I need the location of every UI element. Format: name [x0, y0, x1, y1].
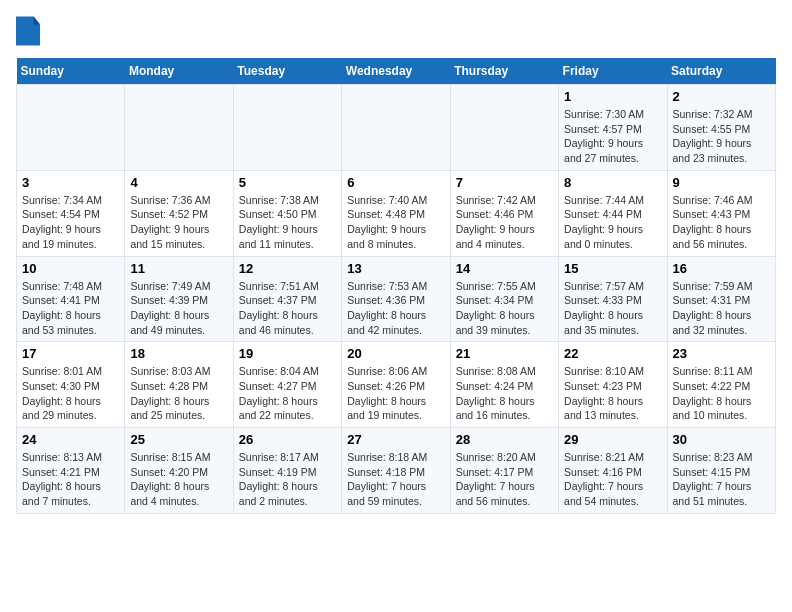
day-info: Sunrise: 7:46 AM Sunset: 4:43 PM Dayligh…: [673, 193, 770, 252]
calendar-cell: 26Sunrise: 8:17 AM Sunset: 4:19 PM Dayli…: [233, 428, 341, 514]
weekday-header-monday: Monday: [125, 58, 233, 85]
calendar-cell: 1Sunrise: 7:30 AM Sunset: 4:57 PM Daylig…: [559, 85, 667, 171]
day-info: Sunrise: 7:53 AM Sunset: 4:36 PM Dayligh…: [347, 279, 444, 338]
calendar-cell: 16Sunrise: 7:59 AM Sunset: 4:31 PM Dayli…: [667, 256, 775, 342]
day-info: Sunrise: 7:36 AM Sunset: 4:52 PM Dayligh…: [130, 193, 227, 252]
day-number: 15: [564, 261, 661, 276]
day-number: 9: [673, 175, 770, 190]
day-info: Sunrise: 7:59 AM Sunset: 4:31 PM Dayligh…: [673, 279, 770, 338]
calendar-cell: 23Sunrise: 8:11 AM Sunset: 4:22 PM Dayli…: [667, 342, 775, 428]
day-info: Sunrise: 8:17 AM Sunset: 4:19 PM Dayligh…: [239, 450, 336, 509]
day-info: Sunrise: 8:15 AM Sunset: 4:20 PM Dayligh…: [130, 450, 227, 509]
calendar-cell: 15Sunrise: 7:57 AM Sunset: 4:33 PM Dayli…: [559, 256, 667, 342]
calendar-cell: 20Sunrise: 8:06 AM Sunset: 4:26 PM Dayli…: [342, 342, 450, 428]
day-info: Sunrise: 8:04 AM Sunset: 4:27 PM Dayligh…: [239, 364, 336, 423]
day-number: 27: [347, 432, 444, 447]
day-number: 2: [673, 89, 770, 104]
day-info: Sunrise: 7:38 AM Sunset: 4:50 PM Dayligh…: [239, 193, 336, 252]
day-number: 16: [673, 261, 770, 276]
calendar-cell: 12Sunrise: 7:51 AM Sunset: 4:37 PM Dayli…: [233, 256, 341, 342]
day-info: Sunrise: 7:30 AM Sunset: 4:57 PM Dayligh…: [564, 107, 661, 166]
day-number: 30: [673, 432, 770, 447]
day-number: 11: [130, 261, 227, 276]
calendar-cell: 30Sunrise: 8:23 AM Sunset: 4:15 PM Dayli…: [667, 428, 775, 514]
logo: [16, 16, 44, 46]
weekday-header-sunday: Sunday: [17, 58, 125, 85]
day-info: Sunrise: 8:21 AM Sunset: 4:16 PM Dayligh…: [564, 450, 661, 509]
calendar-cell: 28Sunrise: 8:20 AM Sunset: 4:17 PM Dayli…: [450, 428, 558, 514]
calendar-cell: 7Sunrise: 7:42 AM Sunset: 4:46 PM Daylig…: [450, 170, 558, 256]
weekday-header-saturday: Saturday: [667, 58, 775, 85]
day-number: 10: [22, 261, 119, 276]
calendar-cell: 27Sunrise: 8:18 AM Sunset: 4:18 PM Dayli…: [342, 428, 450, 514]
svg-marker-1: [34, 17, 40, 25]
weekday-header-friday: Friday: [559, 58, 667, 85]
day-number: 4: [130, 175, 227, 190]
week-row-4: 17Sunrise: 8:01 AM Sunset: 4:30 PM Dayli…: [17, 342, 776, 428]
day-number: 29: [564, 432, 661, 447]
calendar-cell: 8Sunrise: 7:44 AM Sunset: 4:44 PM Daylig…: [559, 170, 667, 256]
day-info: Sunrise: 7:55 AM Sunset: 4:34 PM Dayligh…: [456, 279, 553, 338]
calendar-cell: 11Sunrise: 7:49 AM Sunset: 4:39 PM Dayli…: [125, 256, 233, 342]
day-number: 20: [347, 346, 444, 361]
day-number: 13: [347, 261, 444, 276]
day-number: 3: [22, 175, 119, 190]
day-number: 12: [239, 261, 336, 276]
calendar-cell: [233, 85, 341, 171]
page-header: [16, 16, 776, 46]
day-number: 17: [22, 346, 119, 361]
calendar-cell: [342, 85, 450, 171]
weekday-header-wednesday: Wednesday: [342, 58, 450, 85]
calendar-cell: 14Sunrise: 7:55 AM Sunset: 4:34 PM Dayli…: [450, 256, 558, 342]
day-info: Sunrise: 8:18 AM Sunset: 4:18 PM Dayligh…: [347, 450, 444, 509]
day-number: 7: [456, 175, 553, 190]
day-number: 6: [347, 175, 444, 190]
calendar-cell: 9Sunrise: 7:46 AM Sunset: 4:43 PM Daylig…: [667, 170, 775, 256]
day-info: Sunrise: 8:10 AM Sunset: 4:23 PM Dayligh…: [564, 364, 661, 423]
day-info: Sunrise: 7:57 AM Sunset: 4:33 PM Dayligh…: [564, 279, 661, 338]
day-info: Sunrise: 7:49 AM Sunset: 4:39 PM Dayligh…: [130, 279, 227, 338]
day-number: 23: [673, 346, 770, 361]
weekday-header-thursday: Thursday: [450, 58, 558, 85]
day-info: Sunrise: 8:11 AM Sunset: 4:22 PM Dayligh…: [673, 364, 770, 423]
calendar-cell: 22Sunrise: 8:10 AM Sunset: 4:23 PM Dayli…: [559, 342, 667, 428]
day-number: 21: [456, 346, 553, 361]
day-info: Sunrise: 7:40 AM Sunset: 4:48 PM Dayligh…: [347, 193, 444, 252]
week-row-5: 24Sunrise: 8:13 AM Sunset: 4:21 PM Dayli…: [17, 428, 776, 514]
calendar-cell: 2Sunrise: 7:32 AM Sunset: 4:55 PM Daylig…: [667, 85, 775, 171]
day-number: 14: [456, 261, 553, 276]
day-number: 25: [130, 432, 227, 447]
calendar-cell: 21Sunrise: 8:08 AM Sunset: 4:24 PM Dayli…: [450, 342, 558, 428]
calendar-cell: 24Sunrise: 8:13 AM Sunset: 4:21 PM Dayli…: [17, 428, 125, 514]
calendar-cell: 13Sunrise: 7:53 AM Sunset: 4:36 PM Dayli…: [342, 256, 450, 342]
day-info: Sunrise: 7:42 AM Sunset: 4:46 PM Dayligh…: [456, 193, 553, 252]
weekday-header-row: SundayMondayTuesdayWednesdayThursdayFrid…: [17, 58, 776, 85]
weekday-header-tuesday: Tuesday: [233, 58, 341, 85]
calendar-cell: 4Sunrise: 7:36 AM Sunset: 4:52 PM Daylig…: [125, 170, 233, 256]
calendar-cell: 19Sunrise: 8:04 AM Sunset: 4:27 PM Dayli…: [233, 342, 341, 428]
day-number: 5: [239, 175, 336, 190]
calendar-cell: 3Sunrise: 7:34 AM Sunset: 4:54 PM Daylig…: [17, 170, 125, 256]
day-number: 1: [564, 89, 661, 104]
day-info: Sunrise: 8:01 AM Sunset: 4:30 PM Dayligh…: [22, 364, 119, 423]
day-info: Sunrise: 8:03 AM Sunset: 4:28 PM Dayligh…: [130, 364, 227, 423]
calendar-cell: 18Sunrise: 8:03 AM Sunset: 4:28 PM Dayli…: [125, 342, 233, 428]
week-row-1: 1Sunrise: 7:30 AM Sunset: 4:57 PM Daylig…: [17, 85, 776, 171]
day-info: Sunrise: 8:08 AM Sunset: 4:24 PM Dayligh…: [456, 364, 553, 423]
calendar-cell: [450, 85, 558, 171]
week-row-2: 3Sunrise: 7:34 AM Sunset: 4:54 PM Daylig…: [17, 170, 776, 256]
calendar-cell: 17Sunrise: 8:01 AM Sunset: 4:30 PM Dayli…: [17, 342, 125, 428]
day-number: 24: [22, 432, 119, 447]
calendar-cell: 6Sunrise: 7:40 AM Sunset: 4:48 PM Daylig…: [342, 170, 450, 256]
calendar-table: SundayMondayTuesdayWednesdayThursdayFrid…: [16, 58, 776, 514]
day-info: Sunrise: 7:51 AM Sunset: 4:37 PM Dayligh…: [239, 279, 336, 338]
day-number: 19: [239, 346, 336, 361]
calendar-cell: [17, 85, 125, 171]
day-number: 28: [456, 432, 553, 447]
calendar-cell: 10Sunrise: 7:48 AM Sunset: 4:41 PM Dayli…: [17, 256, 125, 342]
day-number: 18: [130, 346, 227, 361]
day-info: Sunrise: 8:20 AM Sunset: 4:17 PM Dayligh…: [456, 450, 553, 509]
logo-icon: [16, 16, 40, 46]
day-info: Sunrise: 7:34 AM Sunset: 4:54 PM Dayligh…: [22, 193, 119, 252]
calendar-cell: 29Sunrise: 8:21 AM Sunset: 4:16 PM Dayli…: [559, 428, 667, 514]
